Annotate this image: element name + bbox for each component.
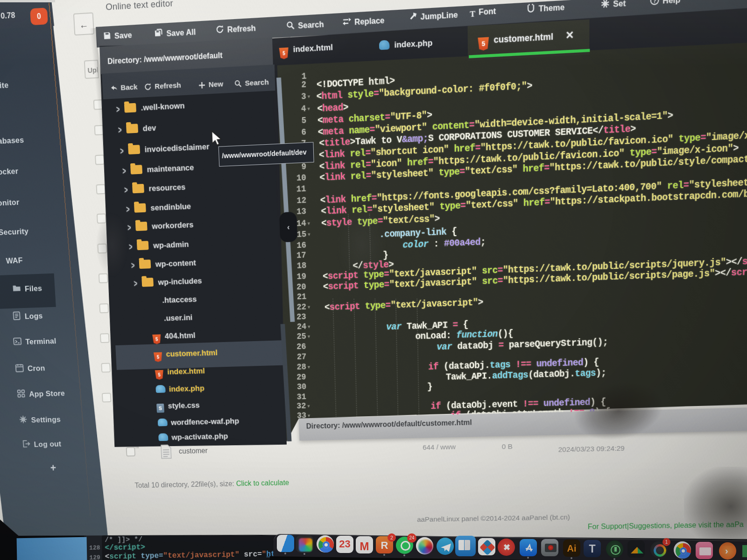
svg-text:?: ?	[653, 0, 656, 4]
